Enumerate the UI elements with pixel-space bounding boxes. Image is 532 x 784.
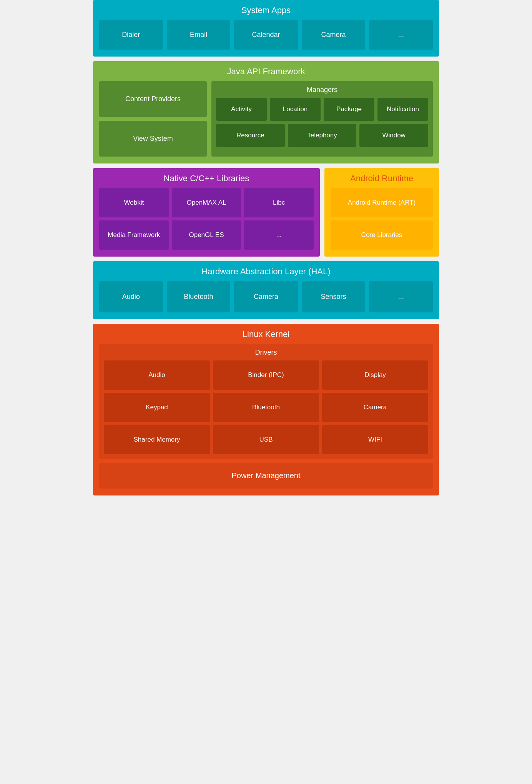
hal-grid: Audio Bluetooth Camera Sensors ...	[99, 281, 433, 312]
native-more: ...	[244, 220, 314, 250]
android-runtime-art: Android Runtime (ART)	[331, 188, 433, 217]
system-app-dialer: Dialer	[99, 20, 163, 50]
native-opengl: OpenGL ES	[172, 220, 241, 250]
native-libc: Libc	[244, 188, 314, 217]
manager-activity: Activity	[216, 98, 267, 121]
managers-container: Managers Activity Location Package Notif…	[211, 81, 433, 157]
android-runtime-grid: Android Runtime (ART) Core Libraries	[331, 188, 433, 250]
managers-row-1: Activity Location Package Notification	[216, 98, 428, 121]
system-app-email: Email	[167, 20, 231, 50]
android-runtime-layer: Android Runtime Android Runtime (ART) Co…	[324, 168, 439, 257]
managers-title: Managers	[216, 86, 428, 94]
manager-notification: Notification	[377, 98, 428, 121]
hal-sensors: Sensors	[302, 281, 366, 312]
driver-keypad: Keypad	[104, 393, 210, 422]
hal-layer: Hardware Abstraction Layer (HAL) Audio B…	[93, 261, 439, 319]
native-grid: Webkit OpenMAX AL Libc Media Framework O…	[99, 188, 314, 250]
java-api-left: Content Providers View System	[99, 81, 207, 157]
system-apps-grid: Dialer Email Calendar Camera ...	[99, 20, 433, 50]
driver-wifi: WIFI	[322, 425, 428, 454]
power-management: Power Management	[99, 463, 433, 489]
drivers-row-3: Shared Memory USB WIFI	[104, 425, 428, 454]
native-webkit: Webkit	[99, 188, 169, 217]
system-app-camera: Camera	[302, 20, 366, 50]
middle-row: Native C/C++ Libraries Webkit OpenMAX AL…	[93, 168, 439, 257]
linux-kernel-title: Linux Kernel	[99, 329, 433, 339]
drivers-row-1: Audio Binder (IPC) Display	[104, 360, 428, 390]
drivers-row-2: Keypad Bluetooth Camera	[104, 393, 428, 422]
manager-package: Package	[324, 98, 374, 121]
manager-window: Window	[359, 124, 428, 147]
native-libs-layer: Native C/C++ Libraries Webkit OpenMAX AL…	[93, 168, 320, 257]
manager-resource: Resource	[216, 124, 285, 147]
driver-display: Display	[322, 360, 428, 390]
system-app-calendar: Calendar	[234, 20, 298, 50]
driver-audio: Audio	[104, 360, 210, 390]
hal-camera: Camera	[234, 281, 298, 312]
drivers-grid: Audio Binder (IPC) Display Keypad Blueto…	[104, 360, 428, 454]
drivers-section: Drivers Audio Binder (IPC) Display Keypa…	[99, 344, 433, 459]
manager-location: Location	[270, 98, 321, 121]
java-api-inner: Content Providers View System Managers A…	[99, 81, 433, 157]
view-system: View System	[99, 121, 207, 157]
native-media-framework: Media Framework	[99, 220, 169, 250]
managers-row-2: Resource Telephony Window	[216, 124, 428, 147]
driver-shared-memory: Shared Memory	[104, 425, 210, 454]
hal-audio: Audio	[99, 281, 163, 312]
hal-more: ...	[369, 281, 433, 312]
java-api-layer: Java API Framework Content Providers Vie…	[93, 61, 439, 163]
android-runtime-title: Android Runtime	[331, 173, 433, 183]
drivers-title: Drivers	[104, 349, 428, 357]
content-providers: Content Providers	[99, 81, 207, 117]
driver-bluetooth: Bluetooth	[213, 393, 319, 422]
android-runtime-core-libs: Core Libraries	[331, 220, 433, 250]
system-apps-title: System Apps	[99, 5, 433, 15]
native-openmax: OpenMAX AL	[172, 188, 241, 217]
native-libs-title: Native C/C++ Libraries	[99, 173, 314, 183]
system-app-more: ...	[369, 20, 433, 50]
native-row-2: Media Framework OpenGL ES ...	[99, 220, 314, 250]
driver-binder: Binder (IPC)	[213, 360, 319, 390]
java-api-title: Java API Framework	[99, 67, 433, 77]
managers-grid: Activity Location Package Notification R…	[216, 98, 428, 147]
hal-bluetooth: Bluetooth	[167, 281, 231, 312]
native-row-1: Webkit OpenMAX AL Libc	[99, 188, 314, 217]
linux-kernel-layer: Linux Kernel Drivers Audio Binder (IPC) …	[93, 324, 439, 495]
driver-camera: Camera	[322, 393, 428, 422]
system-apps-layer: System Apps Dialer Email Calendar Camera…	[93, 0, 439, 57]
hal-title: Hardware Abstraction Layer (HAL)	[99, 267, 433, 277]
manager-telephony: Telephony	[288, 124, 357, 147]
driver-usb: USB	[213, 425, 319, 454]
